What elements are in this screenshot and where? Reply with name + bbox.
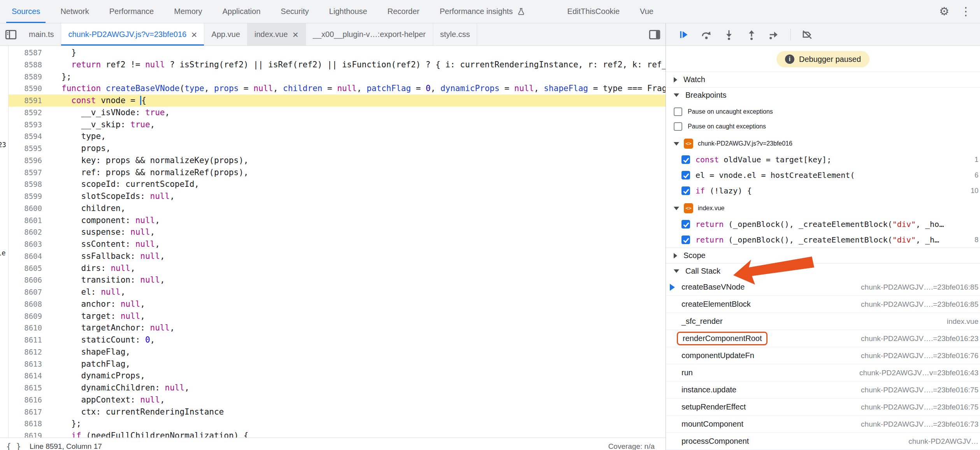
code-line-text[interactable]: type, xyxy=(48,130,106,142)
top-tab-network[interactable]: Network xyxy=(50,0,99,23)
code-line-text[interactable]: }; xyxy=(48,71,71,83)
line-number[interactable]: 8600 xyxy=(9,202,48,214)
line-number[interactable]: 8598 xyxy=(9,178,48,190)
line-number[interactable]: 8601 xyxy=(9,214,48,227)
breakpoint-entry[interactable]: el = vnode.el = hostCreateElement(6 xyxy=(666,167,980,183)
callstack-frame[interactable]: createElementBlockchunk-PD2AWGJV….=23bfe… xyxy=(666,296,980,313)
callstack-frame[interactable]: processComponentchunk-PD2AWGJV… xyxy=(666,433,980,450)
code-line-text[interactable]: anchor: null, xyxy=(48,298,145,310)
top-tab-sources[interactable]: Sources xyxy=(2,0,50,23)
file-tab-index-vue[interactable]: index.vue× xyxy=(248,23,306,46)
code-line-text[interactable]: staticCount: 0, xyxy=(48,334,155,346)
line-number[interactable]: 8612 xyxy=(9,346,48,358)
code-line-text[interactable]: suspense: null, xyxy=(48,226,155,238)
line-number[interactable]: 8595 xyxy=(9,142,48,155)
callstack-frame[interactable]: runchunk-PD2AWGJV…v=23bfe016:43 xyxy=(666,364,980,381)
line-number[interactable]: 8587 xyxy=(9,47,48,59)
breakpoint-group-index-vue[interactable]: <>index.vue xyxy=(666,200,980,216)
code-line-text[interactable]: patchFlag, xyxy=(48,358,130,370)
code-line-text[interactable]: ctx: currentRenderingInstance xyxy=(48,406,224,418)
code-line-text[interactable]: slotScopeIds: null, xyxy=(48,190,175,202)
code-line-text[interactable]: shapeFlag, xyxy=(48,346,130,358)
code-line-text[interactable]: dynamicChildren: null, xyxy=(48,382,190,394)
breakpoint-checkbox[interactable] xyxy=(681,236,690,244)
code-line-text[interactable]: ssFallback: null, xyxy=(48,250,165,262)
top-tab-editthiscookie[interactable]: EditThisCookie xyxy=(557,0,630,23)
close-tab-icon[interactable]: × xyxy=(191,30,197,40)
close-tab-icon[interactable]: × xyxy=(292,30,298,40)
breakpoints-section-header[interactable]: Breakpoints xyxy=(666,87,980,103)
step-into-button[interactable] xyxy=(720,26,738,43)
line-number[interactable]: 8599 xyxy=(9,190,48,202)
checkbox[interactable] xyxy=(674,107,682,116)
line-number[interactable]: 8588 xyxy=(9,59,48,71)
coverage-status[interactable]: Coverage: n/a xyxy=(608,442,655,450)
file-tab-x00-plugin-v-export-helper[interactable]: __x00__plugin-v…:export-helper xyxy=(306,23,433,46)
callstack-frame[interactable]: componentUpdateFnchunk-PD2AWGJV….=23bfe0… xyxy=(666,347,980,364)
callstack-frame[interactable]: instance.updatechunk-PD2AWGJV….=23bfe016… xyxy=(666,381,980,399)
line-number[interactable]: 8609 xyxy=(9,310,48,322)
breakpoint-checkbox[interactable] xyxy=(681,220,690,229)
step-button[interactable] xyxy=(766,26,783,43)
breakpoint-entry[interactable]: return (_openBlock(), _createElementBloc… xyxy=(666,216,980,232)
source-code[interactable]: 8587 }8588 return ref2 != null ? isStrin… xyxy=(9,46,666,438)
code-line-text[interactable]: dirs: null, xyxy=(48,262,135,274)
code-line-text[interactable]: }; xyxy=(48,418,81,430)
callstack-frame[interactable]: renderComponentRootchunk-PD2AWGJV….=23bf… xyxy=(666,330,980,347)
breakpoint-entry[interactable]: if (!lazy) {10 xyxy=(666,183,980,199)
line-number[interactable]: 8605 xyxy=(9,262,48,274)
code-line-text[interactable]: scopeId: currentScopeId, xyxy=(48,178,199,190)
file-tab-main-ts[interactable]: main.ts xyxy=(22,23,61,46)
top-tab-recorder[interactable]: Recorder xyxy=(377,0,429,23)
top-tab-application[interactable]: Application xyxy=(212,0,270,23)
code-line-text[interactable]: transition: null, xyxy=(48,274,165,286)
line-number[interactable]: 8614 xyxy=(9,370,48,382)
line-number[interactable]: 8616 xyxy=(9,394,48,406)
step-over-button[interactable] xyxy=(698,26,715,43)
file-tab-style-css[interactable]: style.css xyxy=(433,23,478,46)
step-out-button[interactable] xyxy=(743,26,760,43)
callstack-frame[interactable]: _sfc_renderindex.vue xyxy=(666,313,980,330)
line-number[interactable]: 8596 xyxy=(9,155,48,167)
code-line-text[interactable]: targetAnchor: null, xyxy=(48,322,175,334)
top-tab-performance[interactable]: Performance xyxy=(99,0,164,23)
line-number[interactable]: 8617 xyxy=(9,406,48,418)
code-line-text[interactable]: function createBaseVNode(type, props = n… xyxy=(48,83,666,95)
toggle-navigator-icon[interactable] xyxy=(0,23,22,46)
top-tab-lighthouse[interactable]: Lighthouse xyxy=(319,0,378,23)
breakpoint-checkbox[interactable] xyxy=(681,186,690,195)
line-number[interactable]: 8619 xyxy=(9,430,48,438)
code-line-text[interactable]: target: null, xyxy=(48,310,145,322)
deactivate-breakpoints-button[interactable] xyxy=(799,26,816,43)
scope-section-header[interactable]: Scope xyxy=(666,248,980,263)
callstack-frame[interactable]: createBaseVNodechunk-PD2AWGJV….=23bfe016… xyxy=(666,279,980,296)
code-line-text[interactable]: appContext: null, xyxy=(48,394,165,406)
line-number[interactable]: 8608 xyxy=(9,298,48,310)
line-number[interactable]: 8589 xyxy=(9,71,48,83)
code-line-text[interactable]: __v_skip: true, xyxy=(48,119,155,131)
line-number[interactable]: 8613 xyxy=(9,358,48,370)
code-line-text[interactable]: ssContent: null, xyxy=(48,238,160,250)
exception-row-pause-on-uncaught-exceptions[interactable]: Pause on uncaught exceptions xyxy=(666,104,980,119)
file-tab-chunk-pd2awgjv-js-v-23bfe016[interactable]: chunk-PD2AWGJV.js?v=23bfe016× xyxy=(61,23,204,46)
line-number[interactable]: 8615 xyxy=(9,382,48,394)
line-number[interactable]: 8603 xyxy=(9,238,48,250)
breakpoint-entry[interactable]: return (_openBlock(), _createElementBloc… xyxy=(666,232,980,248)
code-line-text[interactable]: el: null, xyxy=(48,286,125,298)
code-line-text[interactable]: } xyxy=(48,47,76,59)
exception-row-pause-on-caught-exceptions[interactable]: Pause on caught exceptions xyxy=(666,119,980,134)
line-number[interactable]: 8593 xyxy=(9,119,48,131)
settings-gear-icon[interactable]: ⚙ xyxy=(939,6,949,17)
resume-script-button[interactable] xyxy=(675,26,692,43)
code-line-text[interactable]: ref: props && normalizeRef(props), xyxy=(48,167,248,179)
line-number[interactable]: 8604 xyxy=(9,250,48,262)
line-number[interactable]: 8597 xyxy=(9,167,48,179)
code-line-text[interactable]: children, xyxy=(48,202,125,214)
top-tab-performance-insights[interactable]: Performance insights xyxy=(430,0,536,23)
code-line-text[interactable]: dynamicProps, xyxy=(48,370,145,382)
line-number[interactable]: 8592 xyxy=(9,107,48,119)
file-tab-app-vue[interactable]: App.vue xyxy=(204,23,247,46)
code-line-text[interactable]: const vnode = { xyxy=(48,95,146,107)
code-line-text[interactable]: component: null, xyxy=(48,214,160,227)
line-number[interactable]: 8610 xyxy=(9,322,48,334)
